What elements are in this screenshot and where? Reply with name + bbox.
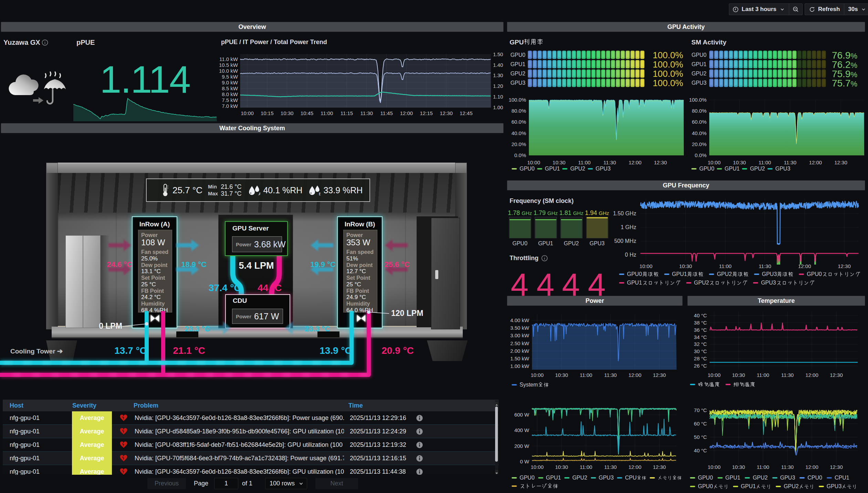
svg-text:60 °C: 60 °C (694, 421, 707, 427)
svg-text:10:00: 10:00 (708, 372, 721, 378)
svg-text:11:30: 11:30 (604, 372, 617, 378)
svg-text:11:30: 11:30 (781, 464, 794, 470)
svg-text:12:30: 12:30 (830, 464, 843, 470)
svg-text:10:00: 10:00 (708, 464, 721, 470)
svg-text:34 °C: 34 °C (694, 334, 707, 340)
svg-text:26 °C: 26 °C (694, 363, 707, 369)
svg-text:200 W: 200 W (514, 443, 530, 449)
svg-text:10:30: 10:30 (732, 372, 745, 378)
svg-text:11:00: 11:00 (757, 372, 769, 378)
svg-text:11:00: 11:00 (580, 372, 592, 378)
svg-text:11:30: 11:30 (781, 372, 794, 378)
svg-text:40 °C: 40 °C (694, 448, 707, 453)
svg-text:1.50 kW: 1.50 kW (510, 356, 530, 361)
svg-text:12:00: 12:00 (628, 372, 641, 378)
svg-text:1.00 kW: 1.00 kW (510, 363, 530, 369)
svg-text:30 °C: 30 °C (694, 348, 707, 354)
svg-text:70 °C: 70 °C (694, 407, 707, 413)
svg-text:50 °C: 50 °C (694, 434, 707, 440)
svg-text:12:00: 12:00 (805, 464, 818, 470)
svg-text:400 W: 400 W (514, 427, 530, 433)
svg-text:3.00 kW: 3.00 kW (510, 332, 530, 338)
svg-text:10:00: 10:00 (531, 464, 544, 470)
svg-text:12:30: 12:30 (653, 464, 666, 470)
svg-text:2.50 kW: 2.50 kW (510, 340, 530, 346)
svg-text:10:30: 10:30 (555, 372, 568, 378)
svg-text:28 °C: 28 °C (694, 356, 707, 361)
svg-text:4.00 kW: 4.00 kW (510, 317, 530, 323)
svg-text:12:30: 12:30 (830, 372, 843, 378)
svg-text:11:00: 11:00 (757, 464, 769, 470)
svg-text:3.50 kW: 3.50 kW (510, 325, 530, 331)
svg-text:2.00 kW: 2.00 kW (510, 348, 530, 354)
svg-text:32 °C: 32 °C (694, 341, 707, 347)
svg-text:10:30: 10:30 (732, 464, 745, 470)
svg-text:11:00: 11:00 (580, 464, 592, 470)
svg-text:600 W: 600 W (514, 412, 530, 418)
svg-text:12:00: 12:00 (628, 464, 641, 470)
svg-text:38 °C: 38 °C (694, 320, 707, 326)
svg-text:10:30: 10:30 (555, 464, 568, 470)
svg-text:10:00: 10:00 (531, 372, 544, 378)
svg-text:36 °C: 36 °C (694, 327, 707, 333)
svg-text:12:00: 12:00 (805, 372, 818, 378)
svg-text:11:30: 11:30 (604, 464, 617, 470)
svg-text:0 W: 0 W (520, 459, 530, 464)
svg-text:12:30: 12:30 (653, 372, 666, 378)
svg-text:40 °C: 40 °C (694, 312, 707, 318)
